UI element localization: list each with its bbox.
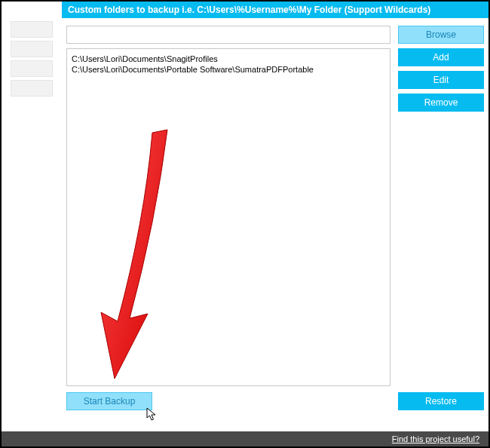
project-useful-link[interactable]: Find this project useful? (392, 434, 479, 443)
start-backup-button[interactable]: Start Backup (66, 392, 152, 410)
bottom-left-actions: Start Backup (66, 392, 152, 415)
edit-button[interactable]: Edit (398, 71, 484, 89)
remove-button[interactable]: Remove (398, 94, 484, 112)
app-window: Custom folders to backup i.e. C:\Users\%… (0, 0, 490, 448)
category-sidebar (2, 18, 62, 100)
list-item[interactable]: C:\Users\Lori\Documents\Portable Softwar… (72, 64, 385, 75)
sidebar-item[interactable] (11, 80, 53, 97)
action-button-column: Browse Add Edit Remove (398, 26, 484, 116)
path-input[interactable] (66, 26, 390, 44)
browse-button[interactable]: Browse (398, 26, 484, 44)
bottom-right-actions: Restore (398, 392, 484, 415)
sidebar-item[interactable] (11, 41, 53, 57)
folder-list[interactable]: C:\Users\Lori\Documents\SnagitProfiles C… (66, 48, 390, 386)
restore-button[interactable]: Restore (398, 392, 484, 410)
section-header-text: Custom folders to backup i.e. C:\Users\%… (68, 5, 430, 15)
sidebar-item[interactable] (11, 21, 53, 38)
status-bar: Find this project useful? (2, 431, 488, 446)
sidebar-item[interactable] (11, 60, 53, 77)
list-item[interactable]: C:\Users\Lori\Documents\SnagitProfiles (72, 54, 385, 64)
add-button[interactable]: Add (398, 48, 484, 66)
path-input-row (66, 26, 390, 44)
section-header: Custom folders to backup i.e. C:\Users\%… (62, 2, 488, 18)
main-panel: C:\Users\Lori\Documents\SnagitProfiles C… (62, 18, 488, 431)
